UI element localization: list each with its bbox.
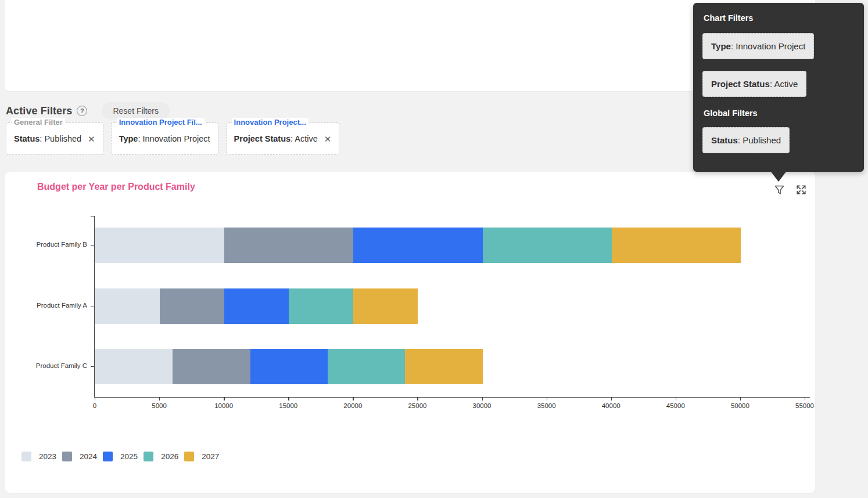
bar-segment-2025[interactable] bbox=[353, 228, 482, 263]
legend-swatch bbox=[144, 452, 153, 461]
bar-segment-2027[interactable] bbox=[353, 288, 418, 324]
x-tick-label: 35000 bbox=[526, 402, 567, 409]
popup-filter-pill-type: Type: Innovation Project bbox=[702, 33, 814, 59]
legend-label: 2023 bbox=[39, 452, 56, 461]
filter-chip-text: Type: Innovation Project bbox=[119, 134, 210, 143]
chart-legend: 20232024202520262027 bbox=[21, 452, 219, 461]
legend-swatch bbox=[103, 452, 113, 461]
bar-segment-2027[interactable] bbox=[612, 228, 741, 263]
bar-segment-2027[interactable] bbox=[405, 349, 482, 384]
remove-filter-button[interactable]: ✕ bbox=[324, 134, 332, 145]
x-axis-tick bbox=[353, 397, 353, 400]
bar-segment-2024[interactable] bbox=[160, 288, 224, 324]
y-axis-label: Product Family A bbox=[5, 302, 87, 309]
filter-chip-text: Project Status: Active bbox=[234, 134, 318, 143]
filter-chip-type: Innovation Project Fil... Type: Innovati… bbox=[111, 122, 218, 155]
x-tick-label: 30000 bbox=[462, 402, 503, 409]
x-tick-label: 5000 bbox=[139, 402, 180, 409]
x-tick-label: 10000 bbox=[203, 402, 244, 409]
bar-segment-2024[interactable] bbox=[173, 349, 250, 384]
filter-value: Published bbox=[44, 134, 81, 143]
filter-field: Status bbox=[14, 134, 40, 143]
x-tick-label: 25000 bbox=[397, 402, 437, 409]
filter-chip-general: General Filter Status: Published ✕ bbox=[6, 122, 103, 155]
x-axis-tick bbox=[159, 397, 160, 400]
legend-label: 2024 bbox=[80, 452, 97, 461]
filter-chip-project-status: Innovation Project... Project Status: Ac… bbox=[226, 122, 340, 155]
filter-value: Innovation Project bbox=[143, 134, 210, 143]
x-axis-tick bbox=[547, 397, 547, 400]
legend-label: 2027 bbox=[202, 452, 219, 461]
y-axis-label: Product Family C bbox=[5, 362, 87, 369]
legend-swatch bbox=[184, 452, 194, 461]
x-axis-tick bbox=[417, 397, 418, 400]
bar-segment-2026[interactable] bbox=[289, 288, 353, 324]
filter-value: Active bbox=[774, 79, 798, 89]
x-axis-tick bbox=[611, 397, 612, 400]
popup-chart-filters-title: Chart Filters bbox=[704, 13, 855, 24]
legend-item-2026[interactable]: 2026 bbox=[144, 452, 178, 461]
bar-segment-2026[interactable] bbox=[328, 349, 405, 384]
active-filters-header: Active Filters ? Reset Filters bbox=[6, 102, 170, 120]
filter-chip-text: Status: Published bbox=[14, 134, 81, 143]
popup-filter-pill-status: Status: Published bbox=[702, 127, 790, 153]
legend-item-2027[interactable]: 2027 bbox=[184, 452, 219, 461]
x-tick-label: 15000 bbox=[268, 402, 309, 409]
popup-filter-text: Status: Published bbox=[711, 128, 781, 153]
x-axis-tick bbox=[224, 397, 224, 400]
filter-chip-group-label: General Filter bbox=[12, 118, 65, 127]
x-tick-label: 40000 bbox=[591, 402, 632, 409]
legend-label: 2026 bbox=[161, 452, 178, 461]
help-icon[interactable]: ? bbox=[77, 106, 87, 116]
x-tick-label: 0 bbox=[74, 402, 115, 409]
legend-item-2023[interactable]: 2023 bbox=[21, 452, 56, 461]
y-axis-top-cap bbox=[91, 216, 95, 216]
popup-filter-text: Project Status: Active bbox=[711, 71, 798, 96]
y-axis-tick bbox=[91, 306, 95, 306]
filter-chip-group-link[interactable]: Innovation Project... bbox=[232, 118, 309, 127]
chart-card: Budget per Year per Product Family 05000… bbox=[5, 172, 815, 493]
x-axis-tick bbox=[288, 397, 289, 400]
legend-swatch bbox=[62, 452, 72, 461]
legend-item-2024[interactable]: 2024 bbox=[62, 452, 97, 461]
legend-swatch bbox=[21, 452, 31, 461]
plot-area: 0500010000150002000025000300003500040000… bbox=[5, 172, 815, 493]
x-axis-line bbox=[94, 397, 810, 398]
legend-item-2025[interactable]: 2025 bbox=[103, 452, 138, 461]
filter-field: Project Status bbox=[234, 134, 291, 143]
filter-chips-row: General Filter Status: Published ✕ Innov… bbox=[6, 118, 339, 155]
bar-segment-2023[interactable] bbox=[95, 349, 173, 384]
bar-segment-2023[interactable] bbox=[95, 288, 160, 324]
filter-value: Innovation Project bbox=[736, 41, 805, 51]
popup-caret bbox=[771, 172, 786, 182]
bar-segment-2026[interactable] bbox=[483, 228, 612, 263]
x-tick-label: 20000 bbox=[332, 402, 373, 409]
reset-filters-button[interactable]: Reset Filters bbox=[102, 102, 170, 120]
bar-segment-2023[interactable] bbox=[95, 228, 224, 263]
y-axis-label: Product Family B bbox=[5, 241, 87, 248]
legend-label: 2025 bbox=[120, 452, 138, 461]
x-tick-label: 45000 bbox=[655, 402, 696, 409]
x-axis-tick bbox=[676, 397, 676, 400]
filter-field: Project Status bbox=[711, 79, 770, 89]
x-axis-tick bbox=[482, 397, 483, 400]
chart-filters-popup: Chart Filters Type: Innovation Project P… bbox=[693, 3, 864, 172]
filter-field: Status bbox=[711, 135, 738, 145]
page: { "ui": { "colon": ": ", "close_icon": "… bbox=[0, 0, 868, 498]
x-axis-tick bbox=[95, 397, 95, 400]
filter-field: Type bbox=[119, 134, 138, 143]
bar-segment-2024[interactable] bbox=[224, 228, 353, 263]
bar-segment-2025[interactable] bbox=[224, 288, 289, 324]
filter-field: Type bbox=[711, 41, 731, 51]
x-axis-tick bbox=[740, 397, 741, 400]
bar-segment-2025[interactable] bbox=[250, 349, 328, 384]
popup-global-filters-title: Global Filters bbox=[704, 109, 855, 119]
active-filters-title: Active Filters bbox=[6, 105, 72, 117]
x-tick-label: 50000 bbox=[720, 402, 761, 409]
y-axis-tick bbox=[91, 366, 95, 367]
remove-filter-button[interactable]: ✕ bbox=[88, 134, 95, 145]
popup-filter-pill-project-status: Project Status: Active bbox=[702, 71, 806, 97]
filter-chip-group-link[interactable]: Innovation Project Fil... bbox=[117, 118, 205, 127]
y-axis-tick bbox=[91, 245, 95, 246]
popup-filter-text: Type: Innovation Project bbox=[711, 34, 805, 59]
